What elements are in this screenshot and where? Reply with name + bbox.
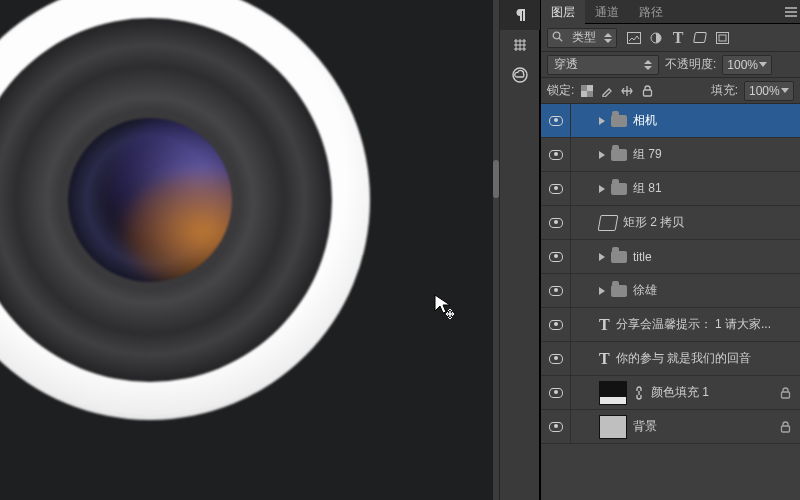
layer-thumbnail: [599, 415, 627, 439]
lock-row: 锁定: 填充: 100%: [541, 78, 800, 104]
eye-icon: [549, 150, 563, 160]
panel-tabs: 图层 通道 路径: [541, 0, 800, 24]
svg-rect-7: [581, 85, 587, 91]
fill-input[interactable]: 100%: [744, 81, 794, 101]
scrollbar-thumb[interactable]: [493, 160, 499, 198]
folder-icon: [611, 149, 627, 161]
lock-icon: [780, 387, 794, 399]
visibility-toggle[interactable]: [541, 274, 571, 308]
folder-icon: [611, 251, 627, 263]
visibility-toggle[interactable]: [541, 376, 571, 410]
visibility-toggle[interactable]: [541, 308, 571, 342]
lock-position-icon[interactable]: [620, 84, 634, 98]
filter-text-icon[interactable]: T: [671, 31, 685, 45]
layer-row[interactable]: 组 81: [541, 172, 800, 206]
lens-glass: [68, 118, 232, 282]
lock-label: 锁定:: [547, 82, 574, 99]
tab-layers[interactable]: 图层: [541, 0, 585, 24]
panel-menu-icon[interactable]: [782, 7, 800, 17]
layer-row[interactable]: 组 79: [541, 138, 800, 172]
layer-name[interactable]: 徐雄: [633, 282, 657, 299]
disclosure-icon[interactable]: [599, 151, 605, 159]
svg-rect-5: [719, 35, 726, 41]
tab-paths[interactable]: 路径: [629, 0, 673, 24]
layer-row[interactable]: 徐雄: [541, 274, 800, 308]
collapsed-panel-strip: [500, 0, 540, 500]
eye-icon: [549, 320, 563, 330]
layer-row[interactable]: T你的参与 就是我们的回音: [541, 342, 800, 376]
filter-kind-select[interactable]: 类型: [547, 28, 617, 48]
layer-thumbnail: [599, 381, 627, 405]
layer-row[interactable]: 矩形 2 拷贝: [541, 206, 800, 240]
disclosure-icon[interactable]: [599, 287, 605, 295]
filter-shape-icon[interactable]: [693, 31, 707, 45]
visibility-toggle[interactable]: [541, 342, 571, 376]
lock-pixels-icon[interactable]: [600, 84, 614, 98]
blend-mode-select[interactable]: 穿透: [547, 55, 659, 75]
tab-channels[interactable]: 通道: [585, 0, 629, 24]
eye-icon: [549, 218, 563, 228]
lock-all-icon[interactable]: [640, 84, 654, 98]
align-panel-icon[interactable]: [500, 30, 540, 60]
mask-link-icon[interactable]: [633, 385, 645, 401]
layer-name[interactable]: 颜色填充 1: [651, 384, 709, 401]
layer-row[interactable]: 背景: [541, 410, 800, 444]
layer-row[interactable]: 颜色填充 1: [541, 376, 800, 410]
layer-name[interactable]: 矩形 2 拷贝: [623, 214, 684, 231]
visibility-toggle[interactable]: [541, 104, 571, 138]
disclosure-icon[interactable]: [599, 185, 605, 193]
canvas-scrollbar[interactable]: [493, 0, 499, 500]
filter-adjust-icon[interactable]: [649, 31, 663, 45]
canvas-area[interactable]: [0, 0, 497, 500]
filter-pixel-icon[interactable]: [627, 31, 641, 45]
layer-row[interactable]: title: [541, 240, 800, 274]
layer-name[interactable]: 组 79: [633, 146, 662, 163]
layer-name[interactable]: 组 81: [633, 180, 662, 197]
blend-mode-row: 穿透 不透明度: 100%: [541, 52, 800, 78]
filter-kind-label: 类型: [572, 29, 596, 46]
eye-icon: [549, 422, 563, 432]
layer-list: 相机组 79组 81矩形 2 拷贝title徐雄T分享会温馨提示： 1 请大家.…: [541, 104, 800, 444]
layer-name[interactable]: 你的参与 就是我们的回音: [616, 350, 751, 367]
eye-icon: [549, 252, 563, 262]
visibility-toggle[interactable]: [541, 410, 571, 444]
layer-filter-row: 类型 T: [541, 24, 800, 52]
paragraph-panel-icon[interactable]: [500, 0, 540, 30]
visibility-toggle[interactable]: [541, 240, 571, 274]
creative-cloud-icon[interactable]: [500, 60, 540, 90]
cursor-move-icon: [432, 293, 454, 315]
fill-label: 填充:: [711, 82, 738, 99]
layer-name[interactable]: 分享会温馨提示： 1 请大家...: [616, 316, 771, 333]
lens-ring: [0, 18, 332, 382]
eye-icon: [549, 354, 563, 364]
folder-icon: [611, 115, 627, 127]
layer-row[interactable]: T分享会温馨提示： 1 请大家...: [541, 308, 800, 342]
chevron-down-icon: [781, 88, 789, 93]
filter-smart-icon[interactable]: [715, 31, 729, 45]
disclosure-icon[interactable]: [599, 253, 605, 261]
visibility-toggle[interactable]: [541, 172, 571, 206]
layer-name[interactable]: title: [633, 250, 652, 264]
disclosure-icon[interactable]: [599, 117, 605, 125]
lock-transparency-icon[interactable]: [580, 84, 594, 98]
visibility-toggle[interactable]: [541, 138, 571, 172]
text-layer-icon: T: [599, 350, 610, 368]
folder-icon: [611, 285, 627, 297]
filter-type-icons: T: [627, 31, 729, 45]
eye-icon: [549, 286, 563, 296]
svg-rect-10: [782, 392, 790, 398]
layer-name[interactable]: 相机: [633, 112, 657, 129]
layer-name[interactable]: 背景: [633, 418, 657, 435]
chevron-down-icon: [759, 62, 767, 67]
visibility-toggle[interactable]: [541, 206, 571, 240]
folder-icon: [611, 183, 627, 195]
eye-icon: [549, 388, 563, 398]
lock-icon: [780, 421, 794, 433]
fill-value: 100%: [749, 84, 780, 98]
stepper-icon: [604, 33, 612, 43]
layer-row[interactable]: 相机: [541, 104, 800, 138]
text-layer-icon: T: [599, 316, 610, 334]
opacity-label: 不透明度:: [665, 56, 716, 73]
opacity-value: 100%: [727, 58, 758, 72]
opacity-input[interactable]: 100%: [722, 55, 772, 75]
